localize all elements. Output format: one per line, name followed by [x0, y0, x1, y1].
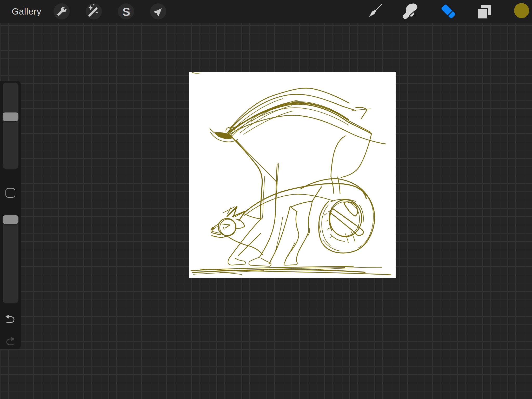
- svg-text:S: S: [122, 5, 130, 18]
